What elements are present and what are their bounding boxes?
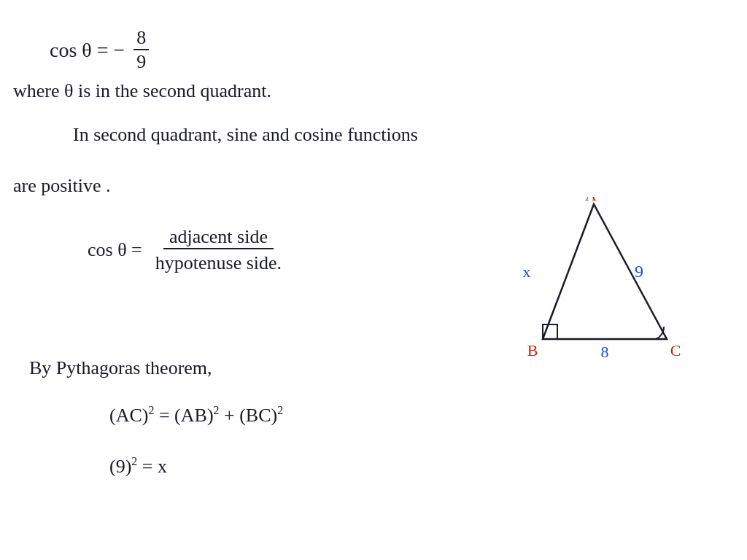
- adjacent-over-hypotenuse: adjacent side hypotenuse side.: [150, 226, 287, 274]
- vertex-a-label: A: [585, 197, 597, 204]
- side-ab-label: x: [523, 262, 531, 281]
- cos-formula: cos θ = adjacent side hypotenuse side.: [88, 226, 287, 274]
- vertex-c-label: C: [670, 341, 681, 359]
- hypotenuse-side-label: hypotenuse side.: [150, 249, 287, 274]
- fraction-8-over-9: 8 9: [133, 28, 149, 72]
- where-theta-line: where θ is in the second quadrant.: [13, 80, 271, 102]
- pythagoras-theorem-label: By Pythagoras theorem,: [29, 357, 212, 379]
- numerator-8: 8: [133, 28, 149, 50]
- are-positive-line: are positive .: [13, 175, 111, 197]
- denominator-9: 9: [133, 50, 149, 73]
- pythagoras-equation2: (9)2 = x: [109, 456, 167, 478]
- right-triangle-diagram: A B C 9 8 x: [521, 197, 689, 372]
- cos-formula-prefix: cos θ =: [88, 239, 142, 261]
- adjacent-side-label: adjacent side: [163, 226, 274, 249]
- second-quadrant-line: In second quadrant, sine and cosine func…: [73, 124, 418, 146]
- cos-theta-label: cos θ = −: [50, 39, 125, 62]
- pythagoras-equation1: (AC)2 = (AB)2 + (BC)2: [109, 405, 283, 427]
- side-bc-label: 8: [601, 343, 609, 361]
- triangle-shape: [543, 204, 667, 339]
- angle-arc-c: [656, 327, 664, 339]
- vertex-b-label: B: [527, 341, 538, 359]
- equation-cos-value: cos θ = − 8 9: [50, 28, 152, 72]
- side-ac-label: 9: [635, 262, 643, 281]
